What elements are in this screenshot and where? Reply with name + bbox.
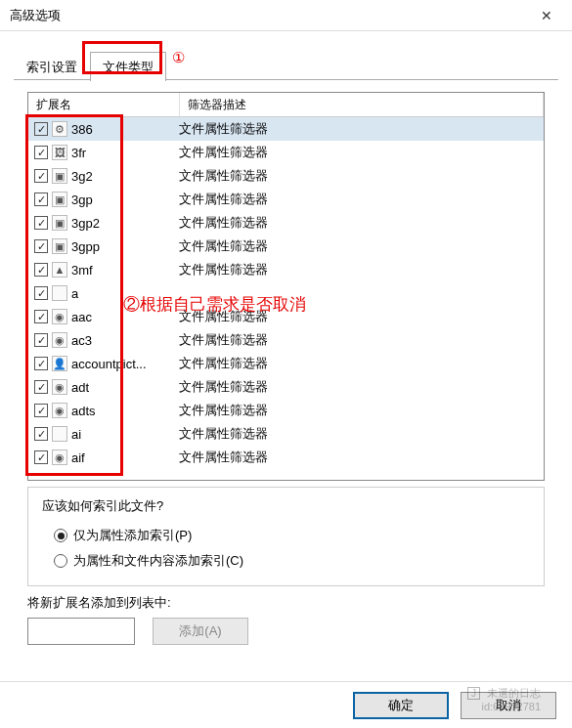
close-icon[interactable]: ✕ <box>531 0 562 31</box>
filter-description: 文件属性筛选器 <box>177 331 544 349</box>
checkbox-icon[interactable]: ✓ <box>34 427 48 441</box>
add-extension-section: 将新扩展名添加到列表中: 添加(A) <box>27 594 545 645</box>
ok-button[interactable]: 确定 <box>353 692 449 719</box>
filter-description: 文件属性筛选器 <box>177 214 544 232</box>
tab-file-types[interactable]: 文件类型 <box>90 52 166 81</box>
extension-name: 3mf <box>71 263 177 278</box>
checkbox-icon[interactable]: ✓ <box>34 146 48 159</box>
filetype-icon: ▣ <box>52 192 67 207</box>
titlebar: 高级选项 ✕ <box>0 0 572 31</box>
filetype-icon <box>52 426 67 442</box>
filetype-icon <box>52 285 67 301</box>
filetype-icon: ◉ <box>52 309 67 324</box>
checkbox-icon[interactable]: ✓ <box>34 193 48 206</box>
filetype-icon: ▣ <box>52 215 67 231</box>
list-item[interactable]: ✓◉adt文件属性筛选器 <box>28 375 544 399</box>
tab-row: 索引设置 文件类型 <box>0 31 572 80</box>
extension-name: 3g2 <box>71 169 177 184</box>
checkbox-icon[interactable]: ✓ <box>34 286 48 300</box>
list-item[interactable]: ✓▣3gp文件属性筛选器 <box>28 188 544 211</box>
checkbox-icon[interactable]: ✓ <box>34 216 48 230</box>
filter-description: 文件属性筛选器 <box>177 449 544 466</box>
checkbox-icon[interactable]: ✓ <box>34 310 48 323</box>
checkbox-icon[interactable]: ✓ <box>34 169 48 183</box>
filetype-icon: ◉ <box>52 403 67 418</box>
radio-label: 仅为属性添加索引(P) <box>73 527 192 544</box>
filetype-icon: ▲ <box>52 262 67 278</box>
radio-properties-and-content[interactable]: 为属性和文件内容添加索引(C) <box>42 548 530 574</box>
checkbox-icon[interactable]: ✓ <box>34 263 48 277</box>
filetype-icon: 🖼 <box>52 145 67 160</box>
radio-properties-only[interactable]: 仅为属性添加索引(P) <box>42 523 530 548</box>
extension-name: ac3 <box>71 333 177 348</box>
filetype-icon: ◉ <box>52 450 67 465</box>
radio-icon <box>54 554 67 568</box>
cancel-button[interactable]: 取消 <box>461 692 556 719</box>
index-method-title: 应该如何索引此文件? <box>42 497 530 515</box>
extension-name: 386 <box>71 122 177 137</box>
checkbox-icon[interactable]: ✓ <box>34 357 48 370</box>
add-button[interactable]: 添加(A) <box>153 618 248 645</box>
filetype-icon: ◉ <box>52 332 67 348</box>
extension-name: adts <box>71 404 177 418</box>
extension-name: ai <box>71 427 177 442</box>
listview-header: 扩展名 筛选器描述 <box>28 93 544 117</box>
list-item[interactable]: ✓▲3mf文件属性筛选器 <box>28 258 544 281</box>
annotation-label-2: ②根据自己需求是否取消 <box>123 293 306 316</box>
filter-description: 文件属性筛选器 <box>177 402 544 419</box>
checkbox-icon[interactable]: ✓ <box>34 380 48 394</box>
checkbox-icon[interactable]: ✓ <box>34 122 48 136</box>
extension-name: aif <box>71 450 177 465</box>
filter-description: 文件属性筛选器 <box>177 120 544 138</box>
extension-name: 3gpp <box>71 239 177 254</box>
list-item[interactable]: ✓▣3gpp文件属性筛选器 <box>28 235 544 258</box>
tab-index-settings[interactable]: 索引设置 <box>14 52 90 81</box>
column-header-extension[interactable]: 扩展名 <box>28 93 180 116</box>
filter-description: 文件属性筛选器 <box>177 425 544 443</box>
filter-description: 文件属性筛选器 <box>177 167 544 185</box>
filetype-icon: 👤 <box>52 356 67 371</box>
filter-description: 文件属性筛选器 <box>177 378 544 396</box>
filter-description: 文件属性筛选器 <box>177 144 544 161</box>
window-title: 高级选项 <box>10 7 531 24</box>
bottom-bar: 确定 取消 <box>0 681 572 728</box>
extension-name: 3fr <box>71 146 177 160</box>
filter-description: 文件属性筛选器 <box>177 261 544 278</box>
list-item[interactable]: ✓◉aif文件属性筛选器 <box>28 446 544 469</box>
filetype-icon: ⚙ <box>52 121 67 137</box>
checkbox-icon[interactable]: ✓ <box>34 333 48 347</box>
extension-name: 3gp2 <box>71 216 177 231</box>
checkbox-icon[interactable]: ✓ <box>34 450 48 464</box>
list-item[interactable]: ✓▣3g2文件属性筛选器 <box>28 164 544 188</box>
list-item[interactable]: ✓◉ac3文件属性筛选器 <box>28 328 544 352</box>
filetype-icon: ▣ <box>52 238 67 254</box>
filter-description: 文件属性筛选器 <box>177 191 544 208</box>
list-item[interactable]: ✓▣3gp2文件属性筛选器 <box>28 211 544 235</box>
annotation-label-1: ① <box>172 49 185 66</box>
column-header-description[interactable]: 筛选器描述 <box>180 93 544 116</box>
extension-name: accountpict... <box>71 357 177 371</box>
filetype-icon: ◉ <box>52 379 67 395</box>
list-item[interactable]: ✓ ai文件属性筛选器 <box>28 422 544 446</box>
checkbox-icon[interactable]: ✓ <box>34 239 48 253</box>
radio-icon <box>54 529 67 542</box>
filetype-icon: ▣ <box>52 168 67 184</box>
file-type-listview: 扩展名 筛选器描述 ✓⚙386文件属性筛选器✓🖼3fr文件属性筛选器✓▣3g2文… <box>27 92 545 481</box>
add-extension-input[interactable] <box>27 618 135 645</box>
list-item[interactable]: ✓◉adts文件属性筛选器 <box>28 399 544 422</box>
index-method-group: 应该如何索引此文件? 仅为属性添加索引(P) 为属性和文件内容添加索引(C) <box>27 487 545 586</box>
add-extension-label: 将新扩展名添加到列表中: <box>27 594 545 612</box>
extension-name: 3gp <box>71 193 177 207</box>
radio-label: 为属性和文件内容添加索引(C) <box>73 552 243 570</box>
list-item[interactable]: ✓⚙386文件属性筛选器 <box>28 117 544 141</box>
filter-description: 文件属性筛选器 <box>177 237 544 255</box>
extension-name: adt <box>71 380 177 395</box>
list-item[interactable]: ✓👤accountpict...文件属性筛选器 <box>28 352 544 375</box>
list-item[interactable]: ✓🖼3fr文件属性筛选器 <box>28 141 544 164</box>
checkbox-icon[interactable]: ✓ <box>34 404 48 417</box>
filter-description: 文件属性筛选器 <box>177 355 544 372</box>
